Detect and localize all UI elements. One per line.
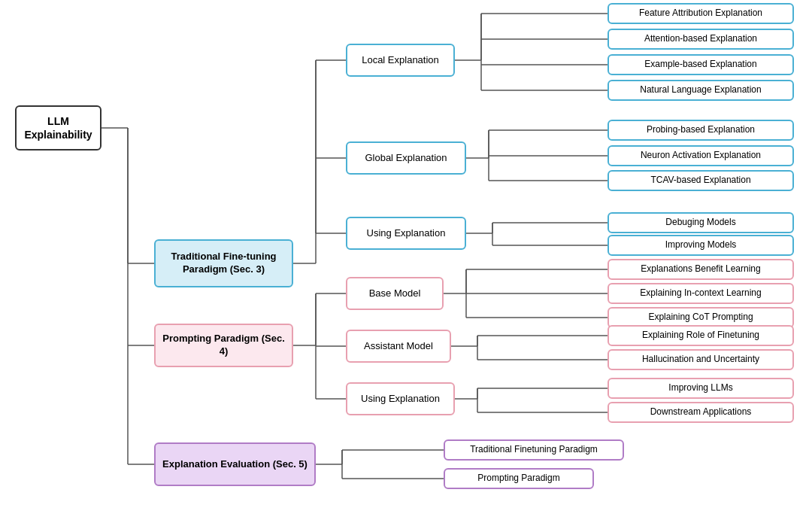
eval-prompting-node: Prompting Paradigm — [444, 468, 594, 489]
improving-models-node: Improving Models — [607, 235, 794, 256]
explaining-incontext-node: Explaining In-context Learning — [607, 283, 794, 304]
using-explanation-blue-node: Using Explanation — [346, 217, 466, 250]
tcav-based-node: TCAV-based Explanation — [607, 170, 794, 191]
prompting-node: Prompting Paradigm (Sec. 4) — [154, 324, 293, 367]
eval-traditional-node: Traditional Finetuning Paradigm — [444, 439, 624, 461]
base-model-node: Base Model — [346, 277, 444, 310]
evaluation-node: Explanation Evaluation (Sec. 5) — [154, 442, 316, 486]
assistant-model-node: Assistant Model — [346, 330, 451, 363]
explaining-finetuning-node: Explaining Role of Finetuning — [607, 325, 794, 346]
neuron-activation-node: Neuron Activation Explanation — [607, 145, 794, 166]
using-explanation-pink-node: Using Explanation — [346, 382, 455, 415]
local-explanation-node: Local Explanation — [346, 44, 455, 77]
root-node: LLM Explainability — [15, 105, 102, 151]
improving-llms-node: Improving LLMs — [607, 378, 794, 399]
downstream-applications-node: Downstream Applications — [607, 402, 794, 423]
probing-based-node: Probing-based Explanation — [607, 120, 794, 141]
global-explanation-node: Global Explanation — [346, 141, 466, 175]
hallucination-node: Hallucination and Uncertainty — [607, 349, 794, 370]
debugging-models-node: Debuging Models — [607, 212, 794, 233]
feature-attribution-node: Feature Attribution Explanation — [607, 3, 794, 24]
explanations-benefit-node: Explanations Benefit Learning — [607, 259, 794, 280]
diagram: LLM Explainability Traditional Fine-tuni… — [0, 0, 812, 526]
natural-language-node: Natural Language Explanation — [607, 80, 794, 101]
attention-based-node: Attention-based Explanation — [607, 29, 794, 50]
traditional-node: Traditional Fine-tuning Paradigm (Sec. 3… — [154, 239, 293, 287]
example-based-node: Example-based Explanation — [607, 54, 794, 75]
